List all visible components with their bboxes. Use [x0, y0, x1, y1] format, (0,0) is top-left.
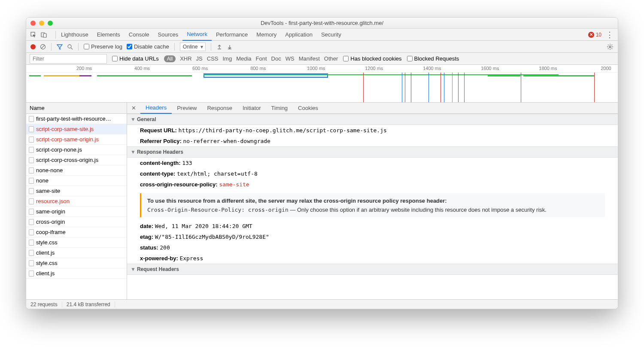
svg-point-7 [609, 46, 611, 47]
svg-point-5 [68, 45, 71, 48]
filter-chips: AllXHRJSCSSImgMediaFontDocWSManifestOthe… [164, 55, 338, 62]
request-row[interactable]: script-corp-cross-origin.js [26, 155, 127, 165]
tab-sources[interactable]: Sources [154, 29, 183, 41]
file-icon [29, 219, 34, 225]
request-row[interactable]: style.css [26, 258, 127, 268]
settings-gear-icon[interactable] [607, 43, 614, 50]
timeline-tick: 200 ms [76, 66, 92, 71]
request-row[interactable]: style.css [26, 237, 127, 248]
file-icon [29, 126, 34, 132]
file-icon [29, 178, 34, 184]
record-button[interactable] [30, 44, 36, 49]
tab-lighthouse[interactable]: Lighthouse [57, 29, 93, 41]
filter-chip-js[interactable]: JS [196, 55, 203, 62]
request-name: client.js [36, 250, 55, 256]
request-name: coop-iframe [36, 229, 66, 235]
detail-tab-response[interactable]: Response [202, 103, 237, 114]
has-blocked-cookies-checkbox[interactable]: Has blocked cookies [343, 55, 401, 62]
request-row[interactable]: resource.json [26, 196, 127, 207]
detail-tab-preview[interactable]: Preview [172, 103, 202, 114]
search-icon[interactable] [67, 44, 73, 50]
section-general-header[interactable]: ▼General [127, 114, 618, 125]
disable-cache-checkbox[interactable]: Disable cache [127, 43, 169, 50]
filter-toggle-icon[interactable] [57, 44, 63, 50]
request-name: script-corp-same-origin.js [36, 136, 99, 143]
filter-chip-media[interactable]: Media [236, 55, 251, 62]
window-title: DevTools - first-party-test-with-resourc… [26, 20, 618, 26]
filter-chip-css[interactable]: CSS [207, 55, 219, 62]
file-icon [29, 188, 34, 194]
request-row[interactable]: script-corp-same-site.js [26, 124, 127, 134]
tab-network[interactable]: Network [182, 29, 212, 41]
request-row[interactable]: client.js [26, 248, 127, 258]
network-toolbar: Preserve log Disable cache Online [26, 41, 618, 53]
request-row[interactable]: client.js [26, 268, 127, 279]
request-row[interactable]: cross-origin [26, 217, 127, 227]
main-tabs-bar: LighthouseElementsConsoleSourcesNetworkP… [26, 29, 618, 41]
section-request-headers-header[interactable]: ▼Request Headers [127, 264, 618, 275]
request-details-panel: ✕ HeadersPreviewResponseInitiatorTimingC… [127, 103, 618, 299]
request-name: cross-origin [36, 219, 65, 225]
filter-chip-other[interactable]: Other [324, 55, 338, 62]
request-row[interactable]: none [26, 176, 127, 186]
error-count: 10 [596, 32, 601, 38]
throttling-select[interactable]: Online [180, 43, 206, 51]
filter-chip-font[interactable]: Font [256, 55, 267, 62]
device-toggle-icon[interactable] [41, 32, 47, 38]
more-menu-icon[interactable]: ⋮ [606, 30, 614, 40]
tab-application[interactable]: Application [281, 29, 317, 41]
detail-tab-headers[interactable]: Headers [140, 103, 172, 114]
tab-security[interactable]: Security [317, 29, 346, 41]
request-row[interactable]: script-corp-same-origin.js [26, 134, 127, 145]
corp-row: cross-origin-resource-policy: same-site [127, 179, 618, 190]
error-icon: ✕ [588, 32, 594, 38]
tab-memory[interactable]: Memory [252, 29, 281, 41]
request-url-row: Request URL: https://third-party-no-coep… [127, 125, 618, 136]
svg-rect-2 [43, 33, 46, 37]
detail-tab-cookies[interactable]: Cookies [293, 103, 323, 114]
file-icon [29, 147, 34, 153]
request-name: same-site [36, 188, 60, 194]
filter-chip-xhr[interactable]: XHR [180, 55, 191, 62]
request-row[interactable]: same-site [26, 186, 127, 196]
blocked-requests-checkbox[interactable]: Blocked Requests [407, 55, 459, 62]
filter-chip-ws[interactable]: WS [286, 55, 295, 62]
clear-icon[interactable] [40, 44, 46, 50]
detail-tabs: ✕ HeadersPreviewResponseInitiatorTimingC… [127, 103, 618, 114]
request-name: style.css [36, 239, 58, 246]
x-powered-by-row: x-powered-by: Express [127, 253, 618, 264]
waterfall-overview[interactable]: 200 ms400 ms600 ms800 ms1000 ms1200 ms14… [26, 65, 618, 103]
request-row[interactable]: same-origin [26, 207, 127, 217]
inspect-element-icon[interactable] [30, 32, 36, 38]
detail-content: ▼General Request URL: https://third-part… [127, 114, 618, 299]
filter-chip-img[interactable]: Img [222, 55, 232, 62]
detail-tab-timing[interactable]: Timing [266, 103, 293, 114]
close-details-icon[interactable]: ✕ [127, 105, 140, 111]
section-response-headers-header[interactable]: ▼Response Headers [127, 146, 618, 158]
file-icon [29, 137, 34, 143]
hide-data-urls-checkbox[interactable]: Hide data URLs [112, 55, 159, 62]
timeline-tick: 1800 ms [539, 66, 557, 71]
error-count-badge[interactable]: ✕ 10 [588, 32, 601, 38]
detail-tab-initiator[interactable]: Initiator [237, 103, 266, 114]
request-row[interactable]: first-party-test-with-resource… [26, 114, 127, 124]
download-har-icon[interactable] [227, 44, 233, 50]
filter-input[interactable] [30, 54, 107, 64]
request-name: script-corp-cross-origin.js [36, 157, 98, 163]
request-row[interactable]: none-none [26, 165, 127, 176]
tab-elements[interactable]: Elements [93, 29, 125, 41]
filter-chip-doc[interactable]: Doc [271, 55, 281, 62]
file-icon [29, 250, 34, 256]
filter-chip-all[interactable]: All [164, 55, 176, 62]
preserve-log-checkbox[interactable]: Preserve log [84, 43, 122, 50]
tab-performance[interactable]: Performance [212, 29, 252, 41]
timeline-tick: 800 ms [250, 66, 266, 71]
svg-line-4 [41, 45, 45, 49]
upload-har-icon[interactable] [216, 44, 222, 50]
request-row[interactable]: coop-iframe [26, 227, 127, 237]
request-list-header[interactable]: Name [26, 103, 127, 114]
request-row[interactable]: script-corp-none.js [26, 145, 127, 155]
request-name: first-party-test-with-resource… [36, 116, 111, 122]
tab-console[interactable]: Console [125, 29, 154, 41]
filter-chip-manifest[interactable]: Manifest [299, 55, 320, 62]
